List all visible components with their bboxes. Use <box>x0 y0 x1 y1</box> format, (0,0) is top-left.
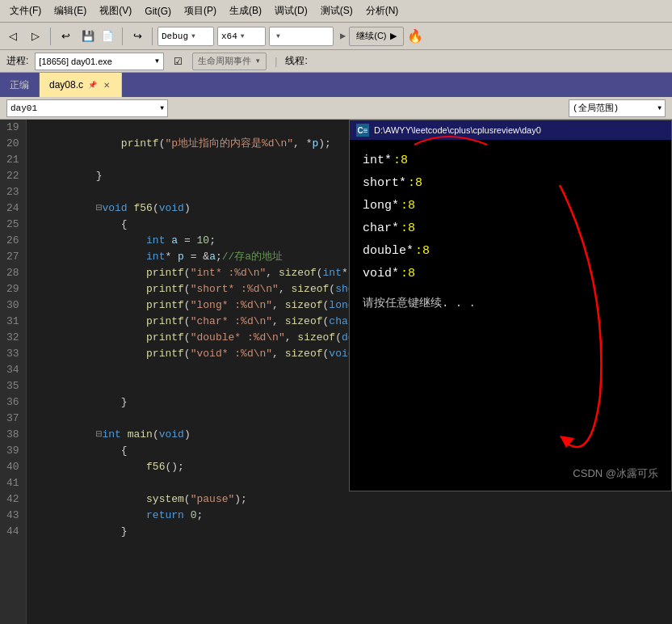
line-num-42: 42 <box>6 491 19 508</box>
line-num-34: 34 <box>6 362 19 378</box>
menu-analyze[interactable]: 分析(N) <box>359 2 405 19</box>
line-num-24: 24 <box>6 200 19 217</box>
menu-git[interactable]: Git(G) <box>138 4 178 19</box>
arrow-right-icon: ▶ <box>390 31 397 41</box>
chevron-down-icon-4: ▼ <box>153 57 160 65</box>
line-num-38: 38 <box>6 427 19 443</box>
line-num-41: 41 <box>6 475 19 491</box>
lifecycle-button[interactable]: 生命周期事件 ▼ <box>192 53 267 70</box>
toolbar: ◁ ▷ ↩ 💾 📄 ↪ Debug ▼ x64 ▼ ▼ ▶ 继续(C) ▶ 🔥 <box>0 23 672 50</box>
line-num-37: 37 <box>6 411 19 427</box>
line-num-26: 26 <box>6 233 19 249</box>
lifecycle-label: 生命周期事件 <box>198 55 251 67</box>
terminal-line-5: double* :8 <box>363 240 658 263</box>
toolbar-sep-3 <box>152 27 153 45</box>
tab-editor[interactable]: 正编 <box>0 73 40 97</box>
csdn-watermark: CSDN @冰露可乐 <box>573 466 658 481</box>
terminal-line-6: void* :8 <box>363 263 658 285</box>
pin-icon: 📌 <box>88 81 97 89</box>
process-label: 进程: <box>6 54 28 68</box>
tab-bar: 正编 day08.c 📌 ✕ <box>0 73 672 97</box>
terminal-content: int* :8 short* :8 long* :8 char* :8 doub… <box>350 140 671 324</box>
terminal-line-4: char* :8 <box>363 217 658 240</box>
line-num-43: 43 <box>6 508 19 524</box>
t-value-3: :8 <box>401 195 415 217</box>
line-num-39: 39 <box>6 443 19 459</box>
target-dropdown[interactable]: ▼ <box>269 27 334 46</box>
scope-right-label: (全局范围) <box>573 102 619 114</box>
menu-file[interactable]: 文件(F) <box>3 2 48 19</box>
code-header: day01 ▼ (全局范围) ▼ <box>0 97 672 120</box>
line-numbers: 19 20 21 22 23 24 25 26 27 28 29 30 31 3… <box>0 120 27 624</box>
scope-right-dropdown[interactable]: (全局范围) ▼ <box>569 99 666 117</box>
line-num-36: 36 <box>6 394 19 411</box>
menu-build[interactable]: 生成(B) <box>223 2 268 19</box>
undo-button[interactable]: ↩ <box>56 27 75 46</box>
line-num-28: 28 <box>6 265 19 281</box>
menu-bar: 文件(F) 编辑(E) 视图(V) Git(G) 项目(P) 生成(B) 调试(… <box>0 0 672 23</box>
t-value-6: :8 <box>401 263 415 285</box>
tab-day08[interactable]: day08.c 📌 ✕ <box>40 73 122 97</box>
platform-dropdown[interactable]: x64 ▼ <box>217 27 266 46</box>
forward-button[interactable]: ▷ <box>26 27 45 46</box>
terminal-titlebar: C≡ D:\AWYY\leetcode\cplus\cplusreview\da… <box>350 120 671 140</box>
line-num-29: 29 <box>6 281 19 297</box>
platform-label: x64 <box>221 32 237 41</box>
menu-test[interactable]: 测试(S) <box>314 2 359 19</box>
terminal-title: D:\AWYY\leetcode\cplus\cplusreview\day0 <box>374 125 541 135</box>
terminal-line-3: long* :8 <box>363 195 658 217</box>
fire-icon: 🔥 <box>407 28 423 44</box>
menu-view[interactable]: 视图(V) <box>93 2 138 19</box>
terminal-line-2: short* :8 <box>363 172 658 195</box>
continue-label: 继续(C) <box>356 30 386 42</box>
checkbox-icon: ☑ <box>174 56 183 67</box>
t-value-4: :8 <box>401 217 415 240</box>
t-label-4: char* <box>363 217 399 240</box>
line-num-35: 35 <box>6 378 19 394</box>
scope-left-label: day01 <box>10 103 37 113</box>
line-num-22: 22 <box>6 168 19 184</box>
menu-project[interactable]: 项目(P) <box>178 2 223 19</box>
line-num-31: 31 <box>6 314 19 330</box>
debug-config-dropdown[interactable]: Debug ▼ <box>158 27 214 46</box>
terminal-window: C≡ D:\AWYY\leetcode\cplus\cplusreview\da… <box>349 120 672 491</box>
process-dropdown[interactable]: [18656] day01.exe ▼ <box>35 53 164 70</box>
main-content: 19 20 21 22 23 24 25 26 27 28 29 30 31 3… <box>0 120 672 624</box>
line-num-44: 44 <box>6 524 19 540</box>
code-editor[interactable]: 19 20 21 22 23 24 25 26 27 28 29 30 31 3… <box>0 120 672 624</box>
terminal-line-1: int* :8 <box>363 150 658 172</box>
process-bar: 进程: [18656] day01.exe ▼ ☑ 生命周期事件 ▼ | 线程: <box>0 50 672 73</box>
tab-inactive-label: 正编 <box>10 78 29 92</box>
chevron-down-icon-3: ▼ <box>276 32 280 40</box>
triangle-right-icon: ▶ <box>340 30 346 42</box>
t-label-2: short* <box>363 172 406 195</box>
continue-button[interactable]: 继续(C) ▶ <box>349 27 403 46</box>
chevron-down-icon-5: ▼ <box>254 57 261 65</box>
t-value-5: :8 <box>415 240 430 263</box>
red-arrowhead <box>560 436 574 448</box>
scope-left-dropdown[interactable]: day01 ▼ <box>6 99 168 117</box>
terminal-icon: C≡ <box>356 124 369 137</box>
line-num-27: 27 <box>6 249 19 265</box>
t-value-1: :8 <box>393 150 408 172</box>
separator: | <box>275 56 277 67</box>
terminal-prompt: 请按任意键继续. . . <box>363 292 658 314</box>
redo-button[interactable]: ↪ <box>128 27 147 46</box>
line-num-23: 23 <box>6 184 19 200</box>
debug-config-label: Debug <box>162 32 188 41</box>
process-value: [18656] day01.exe <box>39 57 112 66</box>
t-value-2: :8 <box>408 172 422 195</box>
menu-debug[interactable]: 调试(D) <box>268 2 314 19</box>
tab-active-label: day08.c <box>49 79 83 91</box>
menu-edit[interactable]: 编辑(E) <box>48 2 93 19</box>
t-label-5: double* <box>363 240 414 263</box>
back-button[interactable]: ◁ <box>3 27 23 46</box>
toolbar-sep-2 <box>122 27 123 45</box>
line-num-25: 25 <box>6 217 19 233</box>
t-label-6: void* <box>363 263 399 285</box>
save-button[interactable]: 💾 <box>78 27 98 46</box>
chevron-down-icon-2: ▼ <box>241 32 245 40</box>
save-all-button[interactable]: 📄 <box>98 27 117 46</box>
tab-close-button[interactable]: ✕ <box>102 80 111 91</box>
line-num-21: 21 <box>6 152 19 168</box>
